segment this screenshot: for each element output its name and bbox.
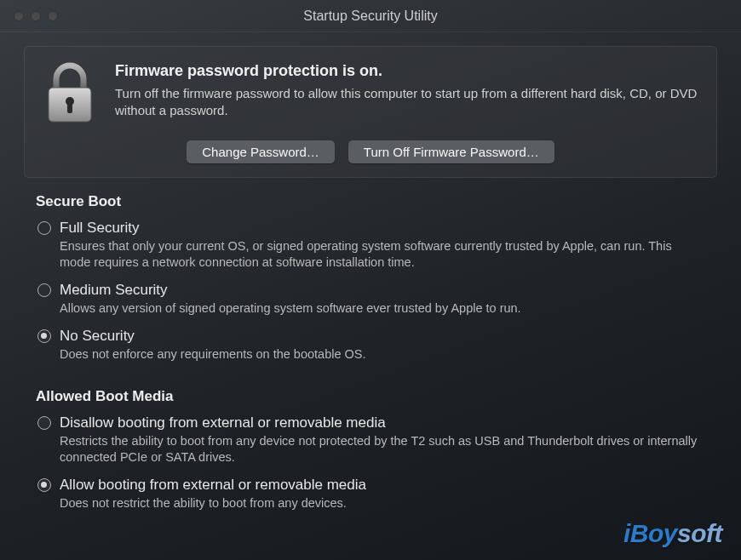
close-icon[interactable] (14, 11, 24, 21)
option-title: No Security (60, 327, 705, 345)
option-desc: Does not enforce any requirements on the… (60, 346, 705, 363)
option-medium-security: Medium Security Allows any version of si… (36, 281, 705, 317)
firmware-panel: Firmware password protection is on. Turn… (24, 46, 717, 178)
firmware-heading: Firmware password protection is on. (115, 62, 698, 80)
lock-icon (43, 62, 96, 125)
boot-media-header: Allowed Boot Media (36, 388, 705, 405)
radio-full-security[interactable] (37, 221, 51, 235)
change-password-button[interactable]: Change Password… (187, 140, 335, 163)
minimize-icon[interactable] (31, 11, 41, 21)
window-title: Startup Security Utility (0, 9, 741, 24)
option-desc: Does not restrict the ability to boot fr… (60, 495, 705, 511)
firmware-text: Firmware password protection is on. Turn… (115, 62, 698, 120)
zoom-icon[interactable] (48, 11, 58, 21)
radio-medium-security[interactable] (37, 283, 51, 297)
traffic-lights (0, 11, 58, 21)
svg-rect-2 (67, 103, 72, 113)
firmware-description: Turn off the firmware password to allow … (115, 85, 698, 120)
secure-boot-section: Secure Boot Full Security Ensures that o… (0, 178, 741, 373)
option-title: Allow booting from external or removable… (60, 476, 705, 494)
titlebar: Startup Security Utility (0, 0, 741, 32)
option-full-security: Full Security Ensures that only your cur… (36, 219, 705, 271)
option-desc: Restricts the ability to boot from any d… (60, 433, 705, 466)
option-title: Medium Security (60, 281, 705, 299)
radio-disallow-external-boot[interactable] (37, 416, 51, 430)
option-allow-external-boot: Allow booting from external or removable… (36, 476, 705, 511)
radio-no-security[interactable] (37, 329, 51, 343)
window: Startup Security Utility (0, 0, 741, 560)
option-title: Disallow booting from external or remova… (60, 414, 705, 431)
option-disallow-external-boot: Disallow booting from external or remova… (36, 414, 705, 466)
turn-off-firmware-password-button[interactable]: Turn Off Firmware Password… (348, 140, 554, 163)
option-desc: Ensures that only your current OS, or si… (60, 238, 705, 271)
radio-allow-external-boot[interactable] (37, 478, 51, 492)
watermark: iBoysoft (623, 519, 722, 548)
boot-media-section: Allowed Boot Media Disallow booting from… (0, 373, 741, 522)
option-title: Full Security (60, 219, 705, 237)
option-no-security: No Security Does not enforce any require… (36, 327, 705, 363)
secure-boot-header: Secure Boot (36, 193, 705, 210)
option-desc: Allows any version of signed operating s… (60, 300, 705, 317)
